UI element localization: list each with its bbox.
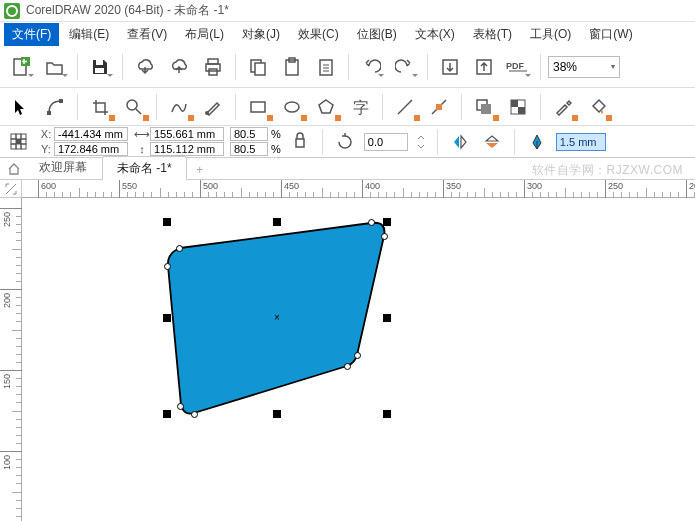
menu-file[interactable]: 文件(F): [4, 23, 59, 46]
clipboard-button[interactable]: [311, 52, 341, 82]
lock-ratio-button[interactable]: [287, 130, 313, 154]
artistic-media-tool[interactable]: [198, 93, 228, 121]
connector-tool[interactable]: [424, 93, 454, 121]
menu-layout[interactable]: 布局(L): [177, 23, 232, 46]
separator: [322, 129, 323, 155]
path-node[interactable]: [381, 233, 388, 240]
outline-pen-button[interactable]: [524, 130, 550, 154]
cloud-down-icon: [135, 57, 155, 77]
add-tab-button[interactable]: +: [191, 161, 209, 179]
selection-handle-mr[interactable]: [383, 314, 391, 322]
redo-button[interactable]: [390, 52, 420, 82]
path-node[interactable]: [368, 219, 375, 226]
horizontal-ruler[interactable]: 600550500450400350300250200: [22, 180, 695, 198]
print-icon: [203, 57, 223, 77]
selection-handle-br[interactable]: [383, 410, 391, 418]
freehand-tool[interactable]: [164, 93, 194, 121]
rotation-input[interactable]: 0.0: [364, 133, 408, 151]
separator: [235, 94, 236, 120]
path-node[interactable]: [354, 352, 361, 359]
fill-tool[interactable]: [582, 93, 612, 121]
separator: [122, 54, 123, 80]
cloud-open-button[interactable]: [130, 52, 160, 82]
selection-handle-tl[interactable]: [163, 218, 171, 226]
selection-handle-tr[interactable]: [383, 218, 391, 226]
selected-shape[interactable]: [22, 198, 695, 521]
ruler-origin[interactable]: [0, 180, 22, 198]
svg-rect-36: [21, 144, 26, 149]
outline-width-input[interactable]: 1.5 mm: [556, 133, 606, 151]
scale-x-input[interactable]: 80.5: [230, 127, 268, 141]
polygon-tool[interactable]: [311, 93, 341, 121]
tab-document[interactable]: 未命名 -1*: [102, 156, 187, 180]
undo-button[interactable]: [356, 52, 386, 82]
drop-shadow-tool[interactable]: [469, 93, 499, 121]
drawing-canvas[interactable]: ×: [22, 198, 695, 521]
y-position-input[interactable]: 172.846 mm: [54, 142, 128, 156]
menu-bitmap[interactable]: 位图(B): [349, 23, 405, 46]
path-node[interactable]: [177, 403, 184, 410]
tab-welcome[interactable]: 欢迎屏幕: [24, 155, 102, 179]
path-node[interactable]: [164, 263, 171, 270]
save-button[interactable]: [85, 52, 115, 82]
height-input[interactable]: 115.112 mm: [150, 142, 224, 156]
selection-handle-bl[interactable]: [163, 410, 171, 418]
cloud-save-button[interactable]: [164, 52, 194, 82]
shape-tool[interactable]: [40, 93, 70, 121]
zoom-level-input[interactable]: 38% ▾: [548, 56, 620, 78]
mirror-h-button[interactable]: [447, 130, 473, 154]
menu-table[interactable]: 表格(T): [465, 23, 520, 46]
open-button[interactable]: [40, 52, 70, 82]
text-tool[interactable]: 字: [345, 93, 375, 121]
rotation-icon-button[interactable]: [332, 130, 358, 154]
x-position-input[interactable]: -441.434 mm: [54, 127, 128, 141]
fill-bucket-icon: [588, 98, 606, 116]
mirror-horizontal-icon: [451, 133, 469, 151]
ellipse-tool[interactable]: [277, 93, 307, 121]
svg-rect-34: [11, 144, 16, 149]
path-node[interactable]: [344, 363, 351, 370]
selection-handle-bc[interactable]: [273, 410, 281, 418]
new-button[interactable]: [6, 52, 36, 82]
publish-pdf-button[interactable]: PDF: [503, 52, 533, 82]
width-input[interactable]: 155.661 mm: [150, 127, 224, 141]
menu-view[interactable]: 查看(V): [119, 23, 175, 46]
zoom-tool[interactable]: [119, 93, 149, 121]
menu-effect[interactable]: 效果(C): [290, 23, 347, 46]
menu-object[interactable]: 对象(J): [234, 23, 288, 46]
home-tab-icon[interactable]: [4, 159, 24, 179]
dimension-tool[interactable]: [390, 93, 420, 121]
menu-text[interactable]: 文本(X): [407, 23, 463, 46]
import-button[interactable]: [435, 52, 465, 82]
magnifier-icon: [125, 98, 143, 116]
object-origin-button[interactable]: [6, 130, 32, 154]
ruler-origin-icon: [5, 183, 17, 195]
dimension-icon: [396, 98, 414, 116]
copy-button[interactable]: [243, 52, 273, 82]
selection-center[interactable]: ×: [274, 312, 280, 323]
eyedropper-tool[interactable]: [548, 93, 578, 121]
rectangle-tool[interactable]: [243, 93, 273, 121]
crop-tool[interactable]: [85, 93, 115, 121]
transparency-icon: [509, 98, 527, 116]
path-node[interactable]: [191, 411, 198, 418]
transparency-tool[interactable]: [503, 93, 533, 121]
menu-tool[interactable]: 工具(O): [522, 23, 579, 46]
vertical-ruler[interactable]: 250200150100: [0, 198, 22, 521]
selection-handle-tc[interactable]: [273, 218, 281, 226]
menu-window[interactable]: 窗口(W): [581, 23, 640, 46]
selection-handle-ml[interactable]: [163, 314, 171, 322]
scale-y-input[interactable]: 80.5: [230, 142, 268, 156]
rotation-spinner[interactable]: [414, 130, 428, 154]
paste-button[interactable]: [277, 52, 307, 82]
svg-rect-30: [21, 134, 26, 139]
export-button[interactable]: [469, 52, 499, 82]
svg-point-20: [285, 102, 299, 112]
save-icon: [90, 57, 110, 77]
print-button[interactable]: [198, 52, 228, 82]
menu-edit[interactable]: 编辑(E): [61, 23, 117, 46]
pick-tool[interactable]: [6, 93, 36, 121]
path-node[interactable]: [176, 245, 183, 252]
mirror-v-button[interactable]: [479, 130, 505, 154]
svg-point-17: [127, 100, 137, 110]
